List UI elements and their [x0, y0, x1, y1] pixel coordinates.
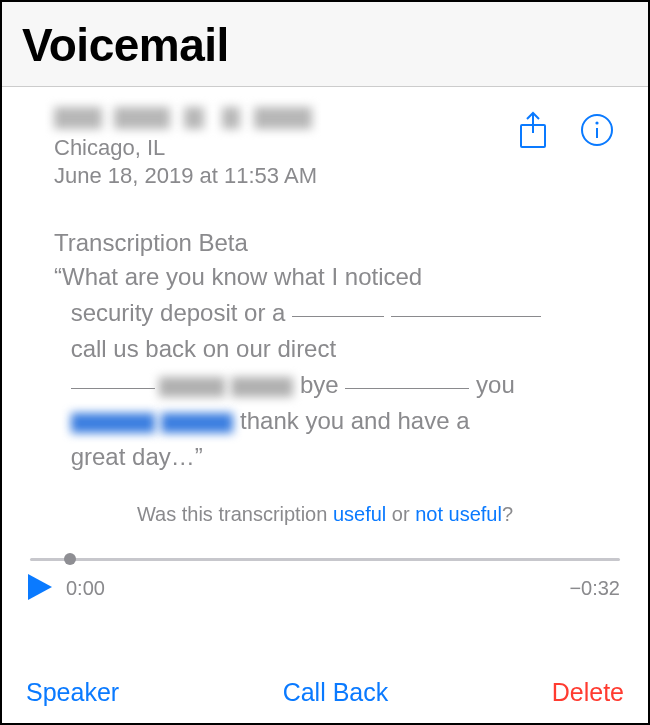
- share-icon: [517, 111, 549, 149]
- feedback-or: or: [386, 503, 415, 525]
- scrubber-track: [30, 558, 620, 561]
- transcription-text: “What are you know what I noticed securi…: [54, 259, 624, 475]
- share-button[interactable]: [512, 109, 554, 151]
- playback-scrubber[interactable]: [30, 550, 620, 568]
- caller-name-redacted: [54, 105, 314, 131]
- feedback-useful-link[interactable]: useful: [333, 503, 386, 525]
- feedback-prompt: Was this transcription: [137, 503, 333, 525]
- transcription-section: Transcription Beta “What are you know wh…: [26, 229, 624, 475]
- voicemail-top-row: Chicago, IL June 18, 2019 at 11:53 AM: [26, 105, 624, 189]
- transcription-blank: [391, 316, 541, 317]
- bottom-toolbar: Speaker Call Back Delete: [2, 664, 648, 723]
- transcription-feedback: Was this transcription useful or not use…: [26, 503, 624, 526]
- play-button[interactable]: [26, 572, 58, 604]
- voicemail-meta: Chicago, IL June 18, 2019 at 11:53 AM: [26, 105, 512, 189]
- delete-button[interactable]: Delete: [552, 678, 624, 707]
- caller-timestamp: June 18, 2019 at 11:53 AM: [54, 163, 512, 189]
- transcription-line-6: great day…”: [71, 443, 203, 470]
- svg-marker-5: [28, 574, 52, 600]
- transcription-blank: [345, 388, 469, 389]
- transcription-line-1: “What are you know what I noticed: [54, 263, 422, 290]
- scrubber-knob[interactable]: [64, 553, 76, 565]
- header: Voicemail: [2, 2, 648, 87]
- info-icon: [580, 113, 614, 147]
- page-title: Voicemail: [22, 18, 628, 72]
- speaker-button[interactable]: Speaker: [26, 678, 119, 707]
- transcription-line-3: call us back on our direct: [71, 335, 336, 362]
- playback-remaining-time: −0:32: [569, 577, 620, 600]
- feedback-not-useful-link[interactable]: not useful: [415, 503, 502, 525]
- voicemail-actions: [512, 105, 624, 151]
- transcription-line-4-end: you: [469, 371, 514, 398]
- redacted-link: [161, 413, 233, 433]
- call-back-button[interactable]: Call Back: [283, 678, 389, 707]
- transcription-line-4-mid: bye: [293, 371, 345, 398]
- info-button[interactable]: [576, 109, 618, 151]
- playback-current-time: 0:00: [66, 577, 105, 600]
- voicemail-detail: Chicago, IL June 18, 2019 at 11:53 AM: [2, 87, 648, 664]
- transcription-blank: [292, 316, 384, 317]
- redacted-text: [231, 377, 293, 397]
- redacted-link: [71, 413, 155, 433]
- redacted-text: [159, 377, 225, 397]
- transcription-blank: [71, 388, 155, 389]
- feedback-q: ?: [502, 503, 513, 525]
- transcription-line-5: thank you and have a: [233, 407, 469, 434]
- transcription-line-2a: security deposit or a: [71, 299, 292, 326]
- playback-section: 0:00 −0:32: [26, 550, 624, 604]
- caller-location: Chicago, IL: [54, 135, 512, 161]
- play-icon: [26, 572, 54, 602]
- svg-point-3: [595, 121, 598, 124]
- playback-row: 0:00 −0:32: [30, 572, 620, 604]
- transcription-label: Transcription Beta: [54, 229, 624, 257]
